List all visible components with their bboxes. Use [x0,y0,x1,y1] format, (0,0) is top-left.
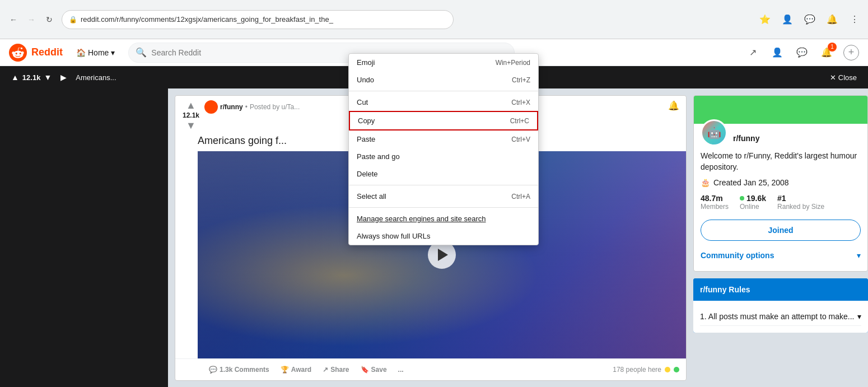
save-button[interactable]: 🔖 Save [356,362,391,377]
downvote-button[interactable]: ▼ [186,120,196,130]
menu-divider-1 [349,91,538,91]
context-menu-item-8[interactable]: Manage search engines and site search [349,210,538,227]
more-button[interactable]: ... [394,362,408,377]
menu-item-shortcut-4: Ctrl+V [511,136,530,143]
video-title-bar: Americans... [76,73,116,82]
menu-item-shortcut-7: Ctrl+A [511,193,530,201]
context-menu-item-6[interactable]: Delete [349,165,538,183]
online-label: Online [740,203,766,211]
award-icon: 🏆 [281,366,289,374]
online-count: 19.6k [746,194,766,203]
post-by-separator: • [245,103,248,111]
home-button[interactable]: 🏠 Home ▾ [72,46,119,59]
community-card: 🤖 r/funny Welcome to r/Funny, Reddit's l… [693,95,868,272]
status-dot-yellow [665,367,670,372]
community-options[interactable]: Community options ▾ [701,246,861,264]
menu-item-label-1: Undo [357,76,374,84]
downvote-bar-button[interactable]: ▼ [44,73,52,82]
comments-button[interactable]: 💬 1.3k Comments [204,362,274,377]
context-menu-item-0[interactable]: EmojiWin+Period [349,54,538,71]
context-menu: EmojiWin+PeriodUndoCtrl+ZCutCtrl+XCopyCt… [348,53,539,245]
home-label: Home [88,48,109,57]
award-button[interactable]: 🏆 Award [276,362,316,377]
notification-browser-button[interactable]: 🔔 [824,12,840,27]
reddit-logo[interactable]: Reddit [9,44,63,62]
menu-item-label-6: Delete [357,170,378,178]
add-post-button[interactable]: + [843,45,859,60]
menu-item-label-2: Cut [357,98,368,106]
menu-item-shortcut-1: Ctrl+Z [512,76,530,84]
app-bar-right: ↗ 👤 💬 🔔 1 + [745,45,859,60]
ranked-num: #1 [777,194,824,203]
ranked-stat: #1 Ranked by Size [777,194,824,211]
menu-item-label-8: Manage search engines and site search [357,215,486,223]
account-button[interactable]: 👤 [769,45,785,60]
created-label: Created Jan 25, 2008 [713,178,789,187]
menu-item-label-5: Paste and go [357,152,400,161]
right-sidebar: 🤖 r/funny Welcome to r/Funny, Reddit's l… [693,88,868,387]
online-dot [740,196,744,201]
context-menu-item-7[interactable]: Select allCtrl+A [349,188,538,205]
menu-item-shortcut-2: Ctrl+X [511,99,530,106]
bookmark-button[interactable]: ⭐ [757,12,773,27]
refresh-button[interactable]: ↻ [41,12,57,27]
community-name[interactable]: r/funny [733,134,759,143]
share-button[interactable]: ↗ [745,45,760,60]
share-post-button[interactable]: ↗ Share [318,362,353,377]
context-menu-item-1[interactable]: UndoCtrl+Z [349,71,538,88]
community-description: Welcome to r/Funny, Reddit's largest hum… [701,151,861,172]
online-stat: 19.6k Online [740,194,766,211]
notification-badge: 1 [828,43,837,52]
context-menu-item-9[interactable]: Always show full URLs [349,227,538,245]
close-bar-button[interactable]: ✕ Close [830,73,857,82]
nav-buttons: ← → ↻ [6,12,57,27]
more-icon: ... [398,366,404,374]
profile-button[interactable]: 👤 [780,12,795,27]
context-menu-item-4[interactable]: PasteCtrl+V [349,130,538,148]
menu-item-label-7: Select all [357,192,386,201]
menu-divider-6 [349,185,538,185]
post-actions: 💬 1.3k Comments 🏆 Award ↗ Share 🔖 Save .… [175,358,686,380]
share-label: Share [330,366,349,374]
members-count: 48.7m [701,194,729,203]
rules-body: 1. All posts must make an attempt to mak… [693,301,868,333]
community-info: 🤖 r/funny [701,119,861,146]
forward-button[interactable]: → [24,12,39,27]
cake-icon: 🎂 [701,178,710,187]
back-button[interactable]: ← [6,12,21,27]
address-bar[interactable]: 🔒 reddit.com/r/funny/comments/12xgsjx/am… [62,10,454,29]
menu-item-shortcut-0: Win+Period [496,59,530,67]
post-bell-icon[interactable]: 🔔 [668,100,679,111]
comments-icon: 💬 [209,366,217,374]
reddit-icon [9,44,27,62]
share-icon: ↗ [323,366,328,374]
community-avatar: 🤖 [701,119,727,146]
upvote-bar-button[interactable]: ▲ [11,73,19,82]
chat-app-button[interactable]: 💬 [794,45,810,60]
save-icon: 🔖 [361,366,369,374]
award-label: Award [291,366,311,374]
vote-count-bar: 12.1k [22,73,41,82]
browser-right-icons: ⭐ 👤 💬 🔔 ⋮ [757,12,862,27]
home-icon: 🏠 [76,48,86,57]
play-icon-bar[interactable]: ▶ [60,73,67,82]
address-text: reddit.com/r/funny/comments/12xgsjx/amer… [81,15,446,24]
rule-1-text: 1. All posts must make an attempt to mak… [700,312,854,321]
context-menu-item-3[interactable]: CopyCtrl+C [349,111,538,130]
save-label: Save [371,366,387,374]
subreddit-avatar [204,100,218,114]
community-options-label: Community options [701,251,774,260]
menu-item-label-4: Paste [357,135,375,143]
chat-button[interactable]: 💬 [802,12,818,27]
subreddit-link[interactable]: r/funny [220,103,243,111]
notification-button[interactable]: 🔔 1 [819,45,834,60]
context-menu-item-2[interactable]: CutCtrl+X [349,94,538,111]
context-menu-item-5[interactable]: Paste and go [349,148,538,165]
menu-button[interactable]: ⋮ [847,12,862,27]
joined-button[interactable]: Joined [701,220,861,241]
community-body: 🤖 r/funny Welcome to r/Funny, Reddit's l… [694,124,867,271]
rule-item-1[interactable]: 1. All posts must make an attempt to mak… [700,307,861,326]
rules-header: r/funny Rules [693,278,868,301]
menu-item-label-3: Copy [358,116,375,125]
upvote-button[interactable]: ▲ [186,100,196,110]
